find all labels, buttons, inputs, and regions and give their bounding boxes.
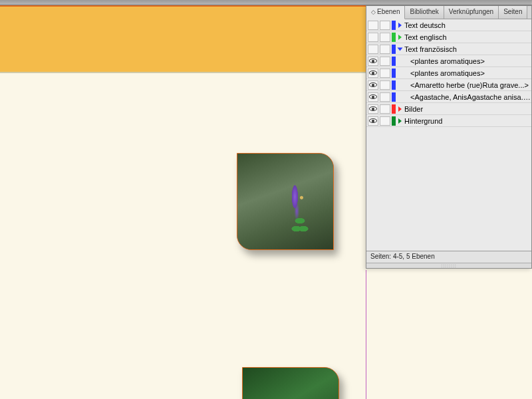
- layer-name: <plantes aromatiques>: [410, 57, 531, 65]
- tab-library[interactable]: Bibliothek: [405, 6, 444, 19]
- panel-resize-grip[interactable]: ::::::::: [366, 263, 531, 268]
- eye-icon: [369, 70, 377, 75]
- visibility-toggle[interactable]: [368, 57, 378, 66]
- visibility-toggle[interactable]: [368, 92, 378, 102]
- eye-icon: [369, 118, 377, 123]
- panel-tabs: ◇Ebenen Bibliothek Verknüpfungen Seiten: [366, 6, 531, 19]
- disclosure-triangle-icon[interactable]: [398, 23, 402, 28]
- tab-pages[interactable]: Seiten: [499, 6, 527, 19]
- tab-links[interactable]: Verknüpfungen: [444, 6, 499, 19]
- layers-panel: ◇Ebenen Bibliothek Verknüpfungen Seiten …: [366, 5, 532, 269]
- layer-name: <plantes aromatiques>: [410, 69, 531, 77]
- disclosure-triangle-icon[interactable]: [398, 106, 402, 112]
- layer-row[interactable]: <Amaretto herbe (rue)Ruta grave...>: [366, 79, 531, 91]
- image-frame[interactable]: [242, 367, 339, 399]
- layer-row[interactable]: Bilder: [366, 103, 531, 115]
- page-header-band: [0, 5, 366, 73]
- lock-toggle[interactable]: [380, 45, 390, 54]
- disclosure-triangle-icon[interactable]: [398, 118, 402, 124]
- layer-name: Text französisch: [404, 45, 531, 53]
- layer-color-swatch: [392, 92, 396, 102]
- disclosure-triangle-icon[interactable]: [398, 47, 403, 51]
- layer-color-swatch: [392, 80, 396, 90]
- visibility-toggle[interactable]: [368, 45, 378, 54]
- layer-row[interactable]: Text englisch: [366, 31, 531, 43]
- layer-name: <Agastache, AnisAgastache anisa...>: [410, 93, 531, 101]
- visibility-toggle[interactable]: [368, 21, 378, 30]
- eye-icon: [369, 82, 377, 87]
- layer-name: Bilder: [404, 105, 531, 113]
- layer-name: <Amaretto herbe (rue)Ruta grave...>: [410, 81, 531, 89]
- sort-icon: ◇: [371, 9, 376, 15]
- lock-toggle[interactable]: [380, 68, 390, 78]
- layer-row[interactable]: <plantes aromatiques>: [366, 55, 531, 67]
- layer-color-swatch: [392, 57, 396, 66]
- layer-color-swatch: [392, 45, 396, 54]
- lock-toggle[interactable]: [380, 21, 390, 30]
- visibility-toggle[interactable]: [368, 68, 378, 78]
- visibility-toggle[interactable]: [368, 33, 378, 42]
- layer-name: Text deutsch: [404, 21, 531, 29]
- lock-toggle[interactable]: [380, 33, 390, 42]
- disclosure-triangle-icon[interactable]: [398, 35, 402, 40]
- visibility-toggle[interactable]: [368, 116, 378, 126]
- image-frame[interactable]: [237, 153, 334, 250]
- eye-icon: [369, 106, 377, 111]
- placed-image: [243, 368, 338, 399]
- layer-name: Hintergrund: [404, 117, 531, 125]
- lock-toggle[interactable]: [380, 104, 390, 114]
- lock-toggle[interactable]: [380, 92, 390, 102]
- layer-color-swatch: [392, 68, 396, 78]
- layer-row[interactable]: <Agastache, AnisAgastache anisa...>: [366, 91, 531, 103]
- tab-layers[interactable]: ◇Ebenen: [366, 6, 405, 19]
- panel-status: Seiten: 4-5, 5 Ebenen: [366, 251, 531, 263]
- layer-name: Text englisch: [404, 33, 531, 41]
- eye-icon: [369, 59, 377, 63]
- layer-color-swatch: [392, 116, 396, 126]
- page-boundary: [366, 270, 366, 399]
- layer-color-swatch: [392, 104, 396, 114]
- window-titlebar: [0, 0, 532, 5]
- layer-color-swatch: [392, 21, 396, 30]
- grip-icon: ::::::::: [441, 263, 457, 268]
- layer-row[interactable]: <plantes aromatiques>: [366, 67, 531, 79]
- layer-list[interactable]: Text deutschText englischText französisc…: [366, 19, 531, 251]
- lock-toggle[interactable]: [380, 57, 390, 66]
- lock-toggle[interactable]: [380, 80, 390, 90]
- layer-color-swatch: [392, 33, 396, 42]
- tab-label: Ebenen: [377, 8, 400, 15]
- visibility-toggle[interactable]: [368, 104, 378, 114]
- layer-row[interactable]: Hintergrund: [366, 115, 531, 127]
- visibility-toggle[interactable]: [368, 80, 378, 90]
- layer-row[interactable]: Text deutsch: [366, 19, 531, 31]
- lock-toggle[interactable]: [380, 116, 390, 126]
- eye-icon: [369, 94, 377, 99]
- placed-image: [237, 154, 333, 249]
- layer-row[interactable]: Text französisch: [366, 43, 531, 55]
